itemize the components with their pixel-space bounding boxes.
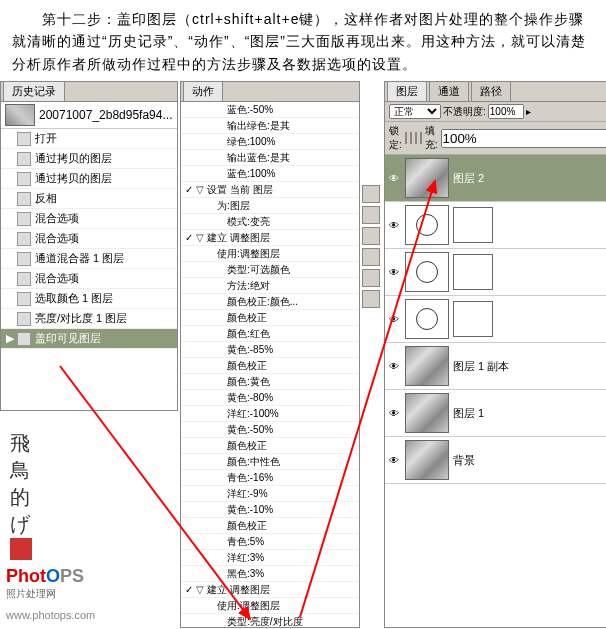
lock-position-icon[interactable] — [415, 132, 417, 144]
layer-name[interactable]: 背景 — [453, 453, 475, 468]
lock-transparent-icon[interactable] — [405, 132, 407, 144]
visibility-eye-icon[interactable]: 👁 — [387, 267, 401, 278]
tab-channels[interactable]: 通道 — [429, 81, 469, 101]
action-item[interactable]: 颜色校正 — [181, 438, 359, 454]
visibility-eye-icon[interactable]: 👁 — [387, 173, 401, 184]
tool-icon[interactable] — [362, 290, 380, 308]
layer-thumb[interactable] — [405, 158, 449, 198]
history-step-icon — [17, 272, 31, 286]
action-item[interactable]: 洋红:-100% — [181, 406, 359, 422]
tool-icon[interactable] — [362, 185, 380, 203]
fill-input[interactable] — [441, 129, 606, 148]
layer-name[interactable]: 图层 1 副本 — [453, 359, 509, 374]
action-item[interactable]: 颜色:黄色 — [181, 374, 359, 390]
action-item[interactable]: 黄色:-50% — [181, 422, 359, 438]
layer-mask-thumb[interactable] — [453, 254, 493, 290]
action-item[interactable]: 颜色校正 — [181, 518, 359, 534]
layer-item[interactable]: 👁 — [385, 296, 606, 343]
action-item[interactable]: 黄色:-85% — [181, 342, 359, 358]
lock-image-icon[interactable] — [410, 132, 412, 144]
visibility-eye-icon[interactable]: 👁 — [387, 455, 401, 466]
action-item[interactable]: 颜色:中性色 — [181, 454, 359, 470]
tab-history[interactable]: 历史记录 — [3, 81, 65, 101]
history-item[interactable]: 打开 — [1, 129, 177, 149]
action-toggle-icon[interactable]: ▽ — [195, 183, 205, 196]
visibility-eye-icon[interactable]: 👁 — [387, 361, 401, 372]
history-item[interactable]: 通道混合器 1 图层 — [1, 249, 177, 269]
action-check-icon[interactable]: ✓ — [183, 183, 195, 196]
action-item[interactable]: 颜色校正:颜色... — [181, 294, 359, 310]
action-check-icon[interactable]: ✓ — [183, 231, 195, 244]
layer-thumb[interactable] — [405, 440, 449, 480]
history-item[interactable]: 通过拷贝的图层 — [1, 149, 177, 169]
action-item[interactable]: 使用:调整图层 — [181, 246, 359, 262]
action-item[interactable]: 绿色:100% — [181, 134, 359, 150]
visibility-eye-icon[interactable]: 👁 — [387, 220, 401, 231]
action-item[interactable]: 颜色校正 — [181, 310, 359, 326]
layer-item[interactable]: 👁背景 — [385, 437, 606, 484]
action-toggle-icon[interactable]: ▽ — [195, 231, 205, 244]
layer-item[interactable]: 👁 — [385, 202, 606, 249]
layer-thumb[interactable] — [405, 346, 449, 386]
layer-thumb[interactable] — [405, 252, 449, 292]
blend-mode-select[interactable]: 正常 — [389, 104, 441, 119]
action-item[interactable]: 洋红:3% — [181, 550, 359, 566]
layer-thumb[interactable] — [405, 299, 449, 339]
layer-mask-thumb[interactable] — [453, 301, 493, 337]
layer-item[interactable]: 👁图层 1 — [385, 390, 606, 437]
visibility-eye-icon[interactable]: 👁 — [387, 314, 401, 325]
history-item[interactable]: 反相 — [1, 189, 177, 209]
action-item[interactable]: 输出蓝色:是其 — [181, 150, 359, 166]
visibility-eye-icon[interactable]: 👁 — [387, 408, 401, 419]
action-item[interactable]: ✓▽设置 当前 图层 — [181, 182, 359, 198]
action-item[interactable]: ✓▽建立 调整图层 — [181, 230, 359, 246]
tool-icon[interactable] — [362, 227, 380, 245]
tab-layers[interactable]: 图层 — [387, 81, 427, 101]
history-item[interactable]: 亮度/对比度 1 图层 — [1, 309, 177, 329]
tool-icon[interactable] — [362, 269, 380, 287]
history-item[interactable]: 混合选项 — [1, 269, 177, 289]
tab-actions[interactable]: 动作 — [183, 81, 223, 101]
layer-thumb[interactable] — [405, 205, 449, 245]
history-snapshot-row[interactable]: 20071007_2b8d95fa94... — [1, 102, 177, 129]
history-item[interactable]: ▶盖印可见图层 — [1, 329, 177, 349]
layer-mask-thumb[interactable] — [453, 207, 493, 243]
layer-name[interactable]: 图层 1 — [453, 406, 484, 421]
action-item[interactable]: 蓝色:100% — [181, 166, 359, 182]
action-item[interactable]: 方法:绝对 — [181, 278, 359, 294]
tab-paths[interactable]: 路径 — [471, 81, 511, 101]
action-item[interactable]: 蓝色:-50% — [181, 102, 359, 118]
tool-icon[interactable] — [362, 206, 380, 224]
opacity-input[interactable] — [488, 104, 524, 119]
action-toggle-icon[interactable]: ▽ — [195, 583, 205, 596]
action-item[interactable]: 为:图层 — [181, 198, 359, 214]
history-item[interactable]: 通过拷贝的图层 — [1, 169, 177, 189]
action-item[interactable]: 模式:变亮 — [181, 214, 359, 230]
dropdown-icon[interactable]: ▸ — [526, 106, 531, 117]
action-check-icon[interactable]: ✓ — [183, 583, 195, 596]
action-label: 黑色:3% — [205, 567, 357, 580]
action-item[interactable]: 类型:可选颜色 — [181, 262, 359, 278]
lock-all-icon[interactable] — [420, 132, 422, 144]
layer-name[interactable]: 图层 2 — [453, 171, 484, 186]
layer-item[interactable]: 👁 — [385, 249, 606, 296]
action-item[interactable]: 输出绿色:是其 — [181, 118, 359, 134]
action-item[interactable]: 类型:亮度/对比度 — [181, 614, 359, 627]
layer-item[interactable]: 👁图层 1 副本 — [385, 343, 606, 390]
action-item[interactable]: 颜色:红色 — [181, 326, 359, 342]
action-item[interactable]: 颜色校正 — [181, 358, 359, 374]
action-item[interactable]: 使用:调整图层 — [181, 598, 359, 614]
action-item[interactable]: ✓▽建立 调整图层 — [181, 582, 359, 598]
history-item[interactable]: 混合选项 — [1, 229, 177, 249]
action-item[interactable]: 黑色:3% — [181, 566, 359, 582]
layer-thumb[interactable] — [405, 393, 449, 433]
action-item[interactable]: 黄色:-80% — [181, 390, 359, 406]
action-item[interactable]: 黄色:-10% — [181, 502, 359, 518]
layer-item[interactable]: 👁图层 2 — [385, 155, 606, 202]
action-item[interactable]: 青色:5% — [181, 534, 359, 550]
action-item[interactable]: 洋红:-9% — [181, 486, 359, 502]
history-item[interactable]: 选取颜色 1 图层 — [1, 289, 177, 309]
action-item[interactable]: 青色:-16% — [181, 470, 359, 486]
tool-icon[interactable] — [362, 248, 380, 266]
history-item[interactable]: 混合选项 — [1, 209, 177, 229]
